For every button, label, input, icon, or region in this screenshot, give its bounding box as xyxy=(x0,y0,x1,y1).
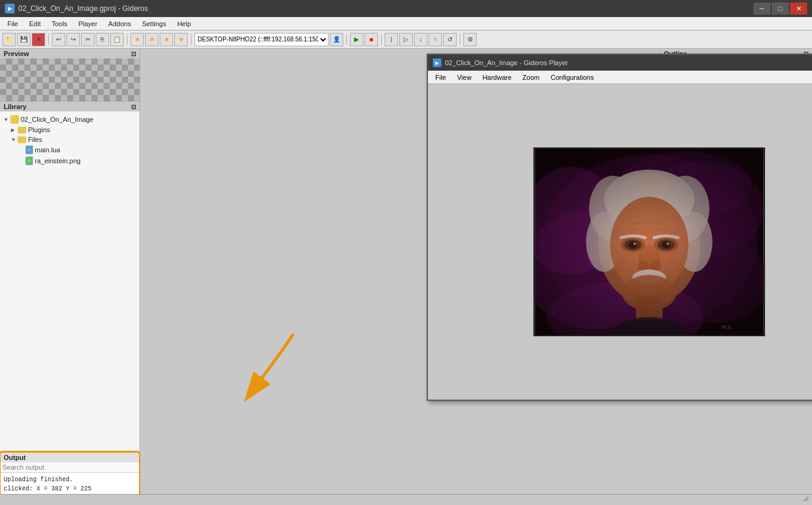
menu-edit[interactable]: Edit xyxy=(24,19,46,29)
plugins-folder-icon xyxy=(18,127,26,133)
output-line-2: clicked: X = 382 Y = 225 xyxy=(4,484,136,493)
menu-tools[interactable]: Tools xyxy=(47,19,73,29)
restore-button[interactable]: □ xyxy=(772,2,789,15)
preview-label: Preview xyxy=(4,50,29,57)
separator-6 xyxy=(460,34,460,45)
player-menu: File View Hardware Zoom Configurations xyxy=(428,71,812,84)
menu-settings[interactable]: Settings xyxy=(137,19,171,29)
toolbar-stop[interactable]: ■ xyxy=(365,33,378,46)
toolbar-play2[interactable]: ▷ xyxy=(399,33,413,46)
preview-section: Preview ⊡ xyxy=(0,49,140,102)
toolbar-star3[interactable]: ★ xyxy=(160,33,173,46)
plugins-label: Plugins xyxy=(28,126,50,133)
toolbar-star1[interactable]: ★ xyxy=(130,33,144,46)
minimize-button[interactable]: ─ xyxy=(753,2,771,15)
preview-expand-icon[interactable]: ⊡ xyxy=(131,51,136,57)
toolbar-settings2[interactable]: ⚙ xyxy=(463,33,477,46)
toolbar-delete[interactable]: ✕ xyxy=(32,33,45,46)
toolbar-paste[interactable]: 📋 xyxy=(110,33,124,46)
title-bar: ▶ 02_Click_On_An_Image.gproj - Gideros ─… xyxy=(0,0,812,17)
toolbar-copy[interactable]: ⎘ xyxy=(96,33,109,46)
einstein-png-label: ra_einstein.png xyxy=(35,157,80,164)
device-selector[interactable]: DESKTOP-N8PHO22 (::ffff:192.168.56.1:150… xyxy=(194,33,329,46)
toolbar-open[interactable]: 📁 xyxy=(2,33,16,46)
toolbar-star4[interactable]: ★ xyxy=(174,33,188,46)
output-line-1: Uploading finished. xyxy=(4,475,136,484)
toolbar-stepout[interactable]: ↑ xyxy=(429,33,442,46)
library-tree: ▼ 02_Click_On_An_Image ▶ Plugins xyxy=(0,111,140,452)
toolbar-undo[interactable]: ↩ xyxy=(52,33,65,46)
svg-text:W.A.: W.A. xyxy=(721,324,732,330)
player-menu-zoom[interactable]: Zoom xyxy=(518,72,544,82)
tree-plugins[interactable]: ▶ Plugins xyxy=(2,125,137,135)
player-title-left: ▶ 02_Click_On_An_Image - Gideros Player xyxy=(433,58,568,67)
png-file-icon: P xyxy=(26,157,33,165)
right-panel: Outline ⊡ ✦ ↕ ● ● ● ▶ 02_Click_On_An_Ima… xyxy=(140,49,812,505)
toolbar-redo[interactable]: ↪ xyxy=(66,33,80,46)
output-label: Output xyxy=(4,454,26,461)
svg-rect-31 xyxy=(535,149,763,335)
root-label: 02_Click_On_An_Image xyxy=(21,116,93,123)
menu-help[interactable]: Help xyxy=(173,19,196,29)
output-header: Output xyxy=(0,453,140,462)
player-window-title: 02_Click_On_An_Image - Gideros Player xyxy=(445,59,568,66)
library-section: Library ⊡ ▼ 02_Click_On_An_Image ▶ xyxy=(0,102,140,452)
tree-files[interactable]: ▼ Files xyxy=(2,135,137,144)
separator-2 xyxy=(127,34,127,45)
toolbar-step[interactable]: ↓ xyxy=(414,33,427,46)
files-arrow: ▼ xyxy=(11,137,16,143)
toolbar-connect[interactable]: 👤 xyxy=(330,33,343,46)
toolbar-save[interactable]: 💾 xyxy=(17,33,30,46)
status-bar xyxy=(0,494,812,505)
tree-main-lua[interactable]: L main.lua xyxy=(2,144,137,155)
toolbar-return[interactable]: ↺ xyxy=(443,33,457,46)
files-folder-icon xyxy=(18,136,26,143)
title-controls[interactable]: ─ □ ✕ xyxy=(753,2,807,15)
main-area: Preview ⊡ Library ⊡ ▼ 02_Click_On_An_Ima… xyxy=(0,49,812,505)
player-icon: ▶ xyxy=(433,58,441,67)
preview-checkerboard xyxy=(0,58,140,101)
resize-handle[interactable] xyxy=(802,495,812,505)
einstein-portrait: W.A. xyxy=(533,147,765,336)
plugins-arrow: ▶ xyxy=(11,127,16,133)
toolbar-debug1[interactable]: ⟩ xyxy=(385,33,398,46)
tree-root[interactable]: ▼ 02_Click_On_An_Image xyxy=(2,114,137,125)
player-menu-hardware[interactable]: Hardware xyxy=(477,72,516,82)
library-header: Library ⊡ xyxy=(0,102,140,111)
close-button[interactable]: ✕ xyxy=(790,2,807,15)
menu-bar: File Edit Tools Player Addons Settings H… xyxy=(0,17,812,30)
left-panel: Preview ⊡ Library ⊡ ▼ 02_Click_On_An_Ima… xyxy=(0,49,140,505)
root-arrow: ▼ xyxy=(4,117,9,122)
player-content[interactable]: W.A. ↖ xyxy=(428,84,812,400)
library-expand-icon[interactable]: ⊡ xyxy=(131,104,136,110)
library-label: Library xyxy=(4,103,26,110)
toolbar: 📁 💾 ✕ ↩ ↪ ✂ ⎘ 📋 ★ ★ ★ ★ DESKTOP-N8PHO22 … xyxy=(0,30,812,49)
title-bar-left: ▶ 02_Click_On_An_Image.gproj - Gideros xyxy=(5,4,148,13)
menu-player[interactable]: Player xyxy=(73,19,102,29)
tree-einstein-png[interactable]: P ra_einstein.png xyxy=(2,155,137,166)
lua-file-icon: L xyxy=(26,146,33,154)
annotation-arrow xyxy=(232,329,311,402)
root-folder-icon xyxy=(10,115,19,124)
player-title-bar: ▶ 02_Click_On_An_Image - Gideros Player … xyxy=(428,55,812,71)
separator-3 xyxy=(191,34,191,45)
preview-content xyxy=(0,58,140,101)
player-window: ▶ 02_Click_On_An_Image - Gideros Player … xyxy=(427,54,812,401)
main-lua-label: main.lua xyxy=(35,146,60,154)
player-menu-view[interactable]: View xyxy=(452,72,477,82)
separator-4 xyxy=(346,34,347,45)
separator-5 xyxy=(381,34,382,45)
app-icon: ▶ xyxy=(5,4,15,13)
preview-header: Preview ⊡ xyxy=(0,49,140,58)
player-menu-configurations[interactable]: Configurations xyxy=(546,72,599,82)
player-menu-file[interactable]: File xyxy=(430,72,451,82)
menu-file[interactable]: File xyxy=(2,19,23,29)
toolbar-cut[interactable]: ✂ xyxy=(81,33,94,46)
menu-addons[interactable]: Addons xyxy=(104,19,136,29)
toolbar-star2[interactable]: ★ xyxy=(145,33,158,46)
output-search-input[interactable] xyxy=(0,462,140,473)
toolbar-play[interactable]: ▶ xyxy=(350,33,363,46)
separator-1 xyxy=(48,34,49,45)
files-label: Files xyxy=(28,136,42,143)
window-title: 02_Click_On_An_Image.gproj - Gideros xyxy=(18,4,148,13)
